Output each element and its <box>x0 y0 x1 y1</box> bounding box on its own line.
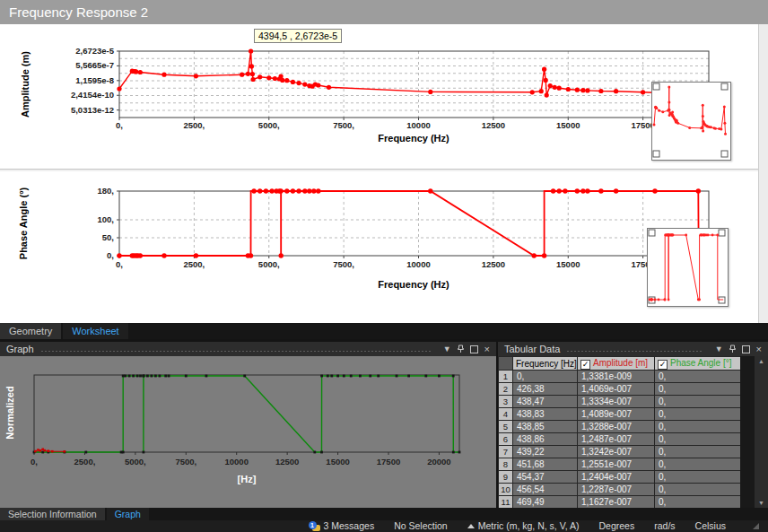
table-row[interactable]: 7439,221,3242e-0070, <box>499 446 741 458</box>
table-row[interactable]: 2426,381,4069e-0070, <box>499 383 741 396</box>
table-row[interactable]: 5438,851,3288e-0070, <box>499 421 741 433</box>
resize-grip[interactable] <box>753 523 759 529</box>
tabular-panel-title: Tabular Data <box>504 344 560 354</box>
table-scrollbar[interactable]: ▲ ▼ <box>755 356 768 508</box>
svg-text:0,: 0, <box>116 120 123 130</box>
panel-headers: Graph ▼ × Tabular Data ▼ × <box>0 342 768 356</box>
svg-text:0,: 0, <box>31 457 38 467</box>
frequency-cell[interactable]: 451,68 <box>513 458 578 471</box>
phase-cell[interactable]: 0, <box>655 408 741 421</box>
amplitude-header-label: Amplitude [m] <box>593 358 648 368</box>
table-row[interactable]: 10,1,3381e-0090, <box>499 371 741 383</box>
unit-system-status[interactable]: Metric (m, kg, N, s, V, A) <box>467 520 580 532</box>
row-number: 2 <box>499 383 513 396</box>
frequency-cell[interactable]: 469,49 <box>513 496 578 509</box>
amplitude-cell[interactable]: 1,3334e-007 <box>578 396 655 408</box>
svg-text:Frequency (Hz): Frequency (Hz) <box>378 133 449 144</box>
frequency-cell[interactable]: 0, <box>513 371 578 383</box>
svg-text:15000: 15000 <box>326 457 349 467</box>
frequency-cell[interactable]: 438,83 <box>513 408 578 421</box>
tab-graph[interactable]: Graph <box>107 508 149 520</box>
table-right-gap <box>740 356 755 508</box>
frequency-cell[interactable]: 438,86 <box>513 433 578 446</box>
frequency-header-label: Frequency [Hz] <box>516 359 577 369</box>
frequency-cell[interactable]: 438,47 <box>513 396 578 408</box>
phase-cell[interactable]: 0, <box>655 433 741 446</box>
svg-text:15000: 15000 <box>556 120 580 130</box>
row-number: 3 <box>499 396 513 408</box>
row-number: 11 <box>499 496 513 509</box>
tab-selection-information[interactable]: Selection Information <box>0 508 105 520</box>
row-number: 9 <box>499 471 513 484</box>
dropdown-icon[interactable]: ▼ <box>443 342 451 356</box>
amplitude-cell[interactable]: 1,3288e-007 <box>578 421 655 433</box>
tab-geometry[interactable]: Geometry <box>0 323 61 339</box>
amplitude-zoom-preview-plot <box>652 83 729 158</box>
view-tab-bar: Geometry Worksheet <box>0 323 768 339</box>
amplitude-zoom-preview[interactable] <box>651 82 731 161</box>
leader-dots <box>566 350 702 353</box>
table-row[interactable]: 8451,681,2551e-0070, <box>499 458 741 471</box>
svg-text:2500,: 2500, <box>183 259 205 269</box>
tab-worksheet[interactable]: Worksheet <box>63 323 127 339</box>
phase-cell[interactable]: 0, <box>655 396 741 408</box>
amplitude-cell[interactable]: 1,4069e-007 <box>578 383 655 396</box>
table-row[interactable]: 4438,831,4089e-0070, <box>499 408 741 421</box>
amplitude-cell[interactable]: 1,3381e-009 <box>578 371 655 383</box>
tabular-data-panel: Frequency [Hz] ✓Amplitude [m] ✓Phase Ang… <box>498 356 768 508</box>
scroll-down-icon[interactable]: ▼ <box>758 500 764 506</box>
column-amplitude[interactable]: ✓Amplitude [m] <box>578 357 655 371</box>
frequency-cell[interactable]: 456,54 <box>513 484 578 496</box>
phase-cell[interactable]: 0, <box>655 496 741 509</box>
pin-icon[interactable] <box>729 344 736 353</box>
row-number: 1 <box>499 371 513 383</box>
amplitude-cell[interactable]: 1,2487e-007 <box>578 433 655 446</box>
pin-icon[interactable] <box>458 344 464 353</box>
svg-text:20000: 20000 <box>427 457 450 467</box>
row-number: 7 <box>499 446 513 458</box>
column-phase-angle[interactable]: ✓Phase Angle [°] <box>655 357 741 371</box>
amplitude-cell[interactable]: 1,2287e-007 <box>578 484 655 496</box>
svg-text:12500: 12500 <box>275 457 299 467</box>
phase-cell[interactable]: 0, <box>655 484 741 496</box>
amplitude-cell[interactable]: 1,2404e-007 <box>578 471 655 484</box>
table-row[interactable]: 3438,471,3334e-0070, <box>499 396 741 408</box>
dropdown-icon[interactable]: ▼ <box>715 342 723 356</box>
phase-cell[interactable]: 0, <box>655 421 741 433</box>
table-row[interactable]: 10456,541,2287e-0070, <box>499 484 741 496</box>
right-scrollbar-strip[interactable] <box>758 24 768 323</box>
close-icon[interactable]: × <box>484 342 490 356</box>
close-icon[interactable]: × <box>756 342 762 356</box>
svg-text:10000: 10000 <box>225 457 249 467</box>
table-row[interactable]: 9454,371,2404e-0070, <box>499 471 741 484</box>
frequency-cell[interactable]: 438,85 <box>513 421 578 433</box>
messages-status[interactable]: 1 3 Messages <box>309 520 375 532</box>
column-frequency[interactable]: Frequency [Hz] <box>513 357 578 371</box>
page-title: Frequency Response 2 <box>0 0 768 24</box>
phase-cell[interactable]: 0, <box>655 471 741 484</box>
amplitude-cell[interactable]: 1,3242e-007 <box>578 446 655 458</box>
amplitude-cell[interactable]: 1,4089e-007 <box>578 408 655 421</box>
phase-cell[interactable]: 0, <box>655 371 741 383</box>
row-number: 8 <box>499 458 513 471</box>
maximize-icon[interactable] <box>742 345 750 353</box>
phase-cell[interactable]: 0, <box>655 383 741 396</box>
amplitude-cell[interactable]: 1,1627e-007 <box>578 496 655 509</box>
amplitude-checkbox[interactable]: ✓ <box>580 360 590 370</box>
frequency-cell[interactable]: 439,22 <box>513 446 578 458</box>
table-row[interactable]: 6438,861,2487e-0070, <box>499 433 741 446</box>
frequency-cell[interactable]: 426,38 <box>513 383 578 396</box>
scroll-up-icon[interactable]: ▲ <box>758 358 764 364</box>
svg-text:0,: 0, <box>107 250 114 260</box>
svg-text:12500: 12500 <box>482 120 505 130</box>
phase-zoom-preview[interactable] <box>647 228 729 307</box>
svg-text:[Hz]: [Hz] <box>238 474 257 484</box>
phase-cell[interactable]: 0, <box>655 458 741 471</box>
phase-cell[interactable]: 0, <box>655 446 741 458</box>
phase-checkbox[interactable]: ✓ <box>658 360 668 370</box>
maximize-icon[interactable] <box>470 345 478 353</box>
table-row[interactable]: 11469,491,1627e-0070, <box>499 496 741 509</box>
amplitude-cell[interactable]: 1,2551e-007 <box>578 458 655 471</box>
frequency-cell[interactable]: 454,37 <box>513 471 578 484</box>
normalized-chart[interactable]: 0,2500,5000,7500,10000125001500017500200… <box>0 356 496 508</box>
